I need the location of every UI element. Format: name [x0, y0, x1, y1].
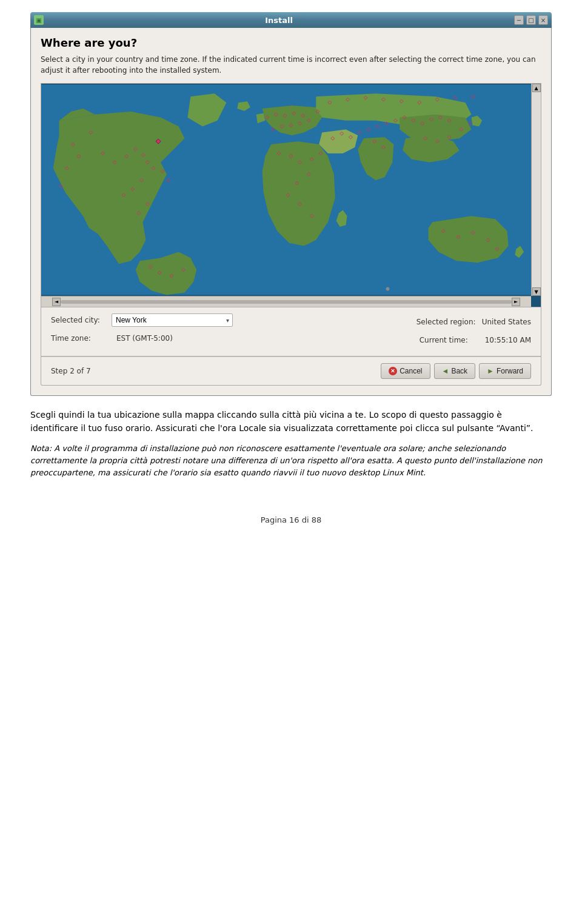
map-scrollbar-right[interactable]: ▲ ▼	[531, 84, 541, 296]
map-svg[interactable]	[41, 84, 531, 296]
back-icon: ◄	[442, 367, 449, 375]
maximize-button[interactable]: □	[526, 15, 536, 25]
map-svg-wrapper[interactable]	[41, 84, 531, 296]
bottom-bar: Step 2 of 7 ✕ Cancel ◄ Back ► Forward	[41, 357, 541, 386]
scroll-up-button[interactable]: ▲	[532, 84, 541, 92]
window-title: Install	[44, 16, 514, 25]
selected-region-value: United States	[482, 318, 531, 326]
scroll-track-vertical	[532, 92, 541, 287]
body-text: Scegli quindi la tua ubicazione sulla ma…	[30, 408, 552, 479]
minimize-button[interactable]: −	[514, 15, 524, 25]
body-paragraph-1: Scegli quindi la tua ubicazione sulla ma…	[30, 408, 552, 435]
scroll-down-button[interactable]: ▼	[532, 287, 541, 296]
current-time-value: 10:55:10 AM	[485, 336, 531, 344]
city-select-wrapper[interactable]: New York	[112, 313, 233, 327]
timezone-field-group: Time zone: EST (GMT-5:00)	[51, 334, 395, 343]
selected-city-label: Selected city:	[51, 316, 112, 324]
body-paragraph-2: Nota: A volte il programma di installazi…	[30, 443, 552, 479]
region-field-group: Selected region: United States	[416, 318, 531, 326]
time-zone-label: Time zone:	[51, 334, 112, 343]
step-label: Step 2 of 7	[51, 367, 91, 375]
forward-icon: ►	[487, 367, 494, 375]
title-bar: ▣ Install − □ ×	[30, 12, 552, 28]
scroll-left-button[interactable]: ◄	[52, 298, 61, 306]
back-button[interactable]: ◄ Back	[434, 363, 476, 379]
city-region-row: Selected city: New York Selected region:…	[51, 313, 531, 330]
current-time-label: Current time:	[420, 336, 480, 344]
map-scrollbar-bottom[interactable]: ◄ ►	[41, 296, 531, 307]
time-zone-value: EST (GMT-5:00)	[116, 334, 173, 343]
window-icon: ▣	[34, 15, 44, 25]
scroll-right-button[interactable]: ►	[512, 298, 520, 306]
scroll-track-horizontal	[61, 300, 512, 304]
window-content: Where are you? Select a city in your cou…	[30, 28, 552, 396]
page-number: Pagina 16 di 88	[261, 515, 322, 524]
cancel-button[interactable]: ✕ Cancel	[381, 363, 430, 379]
forward-label: Forward	[497, 367, 523, 375]
svg-point-1	[386, 287, 390, 291]
page-title: Where are you?	[41, 36, 541, 49]
window-controls: − □ ×	[514, 15, 548, 25]
city-field-group: Selected city: New York	[51, 313, 392, 327]
page-description: Select a city in your country and time z…	[41, 54, 541, 76]
world-map[interactable]: ▲ ▼ ◄ ►	[41, 83, 541, 307]
city-select[interactable]: New York	[112, 313, 233, 327]
cancel-label: Cancel	[400, 367, 422, 375]
controls-row: Selected city: New York Selected region:…	[41, 307, 541, 357]
selected-region-label: Selected region:	[416, 318, 477, 326]
close-button[interactable]: ×	[538, 15, 548, 25]
current-time-field-group: Current time: 10:55:10 AM	[420, 336, 531, 344]
button-group: ✕ Cancel ◄ Back ► Forward	[381, 363, 531, 379]
forward-button[interactable]: ► Forward	[479, 363, 531, 379]
back-label: Back	[451, 367, 467, 375]
cancel-icon: ✕	[389, 367, 397, 375]
page-footer: Pagina 16 di 88	[0, 515, 582, 537]
timezone-time-row: Time zone: EST (GMT-5:00) Current time: …	[51, 334, 531, 346]
